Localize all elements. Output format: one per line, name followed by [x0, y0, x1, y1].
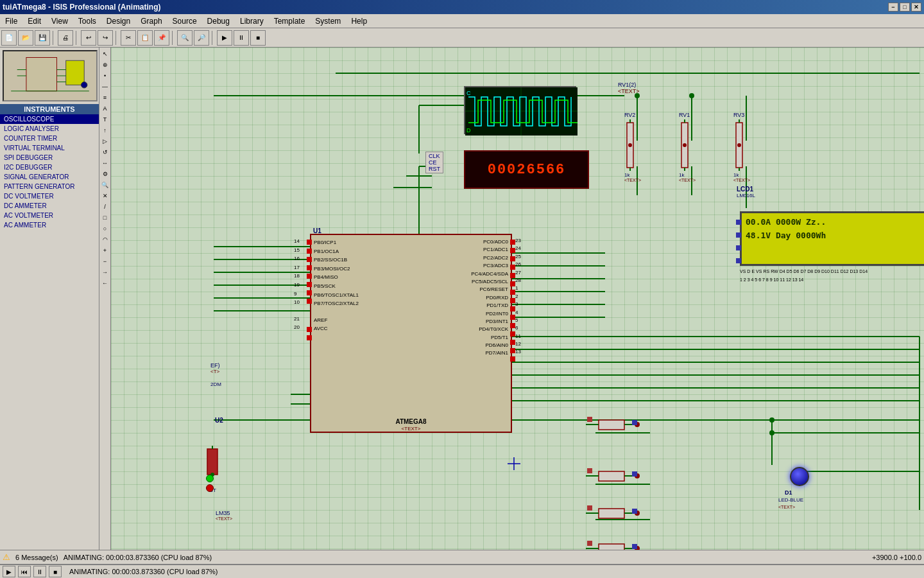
- junction-tool[interactable]: •: [100, 71, 110, 81]
- undo-button[interactable]: ↩: [81, 30, 96, 46]
- property-tool[interactable]: ⚙: [100, 169, 110, 179]
- menu-item-file[interactable]: File: [0, 14, 22, 28]
- run-button[interactable]: ▶: [217, 30, 232, 46]
- oscilloscope: C D: [464, 86, 576, 134]
- d1-led: [790, 467, 809, 486]
- rotate-tool[interactable]: ↺: [100, 147, 110, 157]
- menu-item-view[interactable]: View: [46, 14, 73, 28]
- close-button[interactable]: ✕: [911, 3, 921, 12]
- mcu-name: ATMEGA8: [395, 418, 426, 425]
- instrument-spi-debugger[interactable]: SPI DEBUGGER: [0, 153, 99, 162]
- bus-tool[interactable]: ≡: [100, 92, 110, 103]
- svg-rect-123: [736, 220, 741, 225]
- menu-item-library[interactable]: Library: [235, 14, 269, 28]
- svg-rect-92: [510, 306, 515, 311]
- svg-rect-89: [510, 281, 515, 286]
- save-button[interactable]: 💾: [35, 30, 50, 46]
- instrument-ac-voltmeter[interactable]: AC VOLTMETER: [0, 211, 99, 220]
- svg-point-9: [81, 82, 87, 89]
- svg-rect-78: [307, 274, 312, 279]
- open-button[interactable]: 📂: [18, 30, 33, 46]
- menu-item-debug[interactable]: Debug: [202, 14, 235, 28]
- circle-tool[interactable]: ○: [100, 223, 110, 234]
- menu-item-edit[interactable]: Edit: [22, 14, 46, 28]
- preview-box: [3, 50, 98, 101]
- menu-item-graph[interactable]: Graph: [135, 14, 167, 28]
- pause-button[interactable]: ⏸: [234, 30, 249, 46]
- svg-rect-94: [510, 323, 515, 328]
- print-button[interactable]: 🖨: [58, 30, 73, 46]
- arrow-right-tool[interactable]: →: [100, 267, 110, 277]
- new-button[interactable]: 📄: [1, 30, 17, 46]
- rv1-2-label: RV1(2) <TEXT>: [618, 82, 640, 94]
- lcd-label: LCD1: [737, 186, 753, 193]
- wire-tool[interactable]: —: [100, 82, 110, 92]
- zoom-in-button[interactable]: 🔍: [177, 30, 193, 46]
- port-tool[interactable]: ▷: [100, 136, 110, 146]
- label-tool[interactable]: A: [100, 103, 110, 114]
- lcd-pin-numbers: 1 2 3 4 5 6 7 8 9 10 11 12 13 14: [740, 277, 803, 282]
- svg-rect-77: [307, 265, 312, 270]
- svg-rect-110: [632, 471, 637, 477]
- menu-item-tools[interactable]: Tools: [73, 14, 101, 28]
- cursor-crosshair: [508, 457, 520, 470]
- animation-status: ANIMATING: 00:00:03.873360 (CPU load 87%…: [64, 554, 212, 561]
- menu-item-help[interactable]: Help: [346, 14, 372, 28]
- menu-item-template[interactable]: Template: [269, 14, 311, 28]
- svg-rect-105: [599, 471, 624, 481]
- zoom-tool[interactable]: 🔍: [100, 180, 110, 190]
- statusbar: ⚠ 6 Message(s) ANIMATING: 00:00:03.87336…: [0, 550, 924, 564]
- minimize-button[interactable]: −: [888, 3, 898, 12]
- svg-point-56: [769, 430, 774, 435]
- instrument-logic-analyser[interactable]: LOGIC ANALYSER: [0, 124, 99, 134]
- stop-button[interactable]: ■: [49, 566, 62, 577]
- canvas-wrapper: ↖ ⊕ • — ≡ A T ↑ ▷ ↺ ↔ ⚙ 🔍 ✕ / □ ○ ◠ + − …: [99, 48, 924, 550]
- redo-button[interactable]: ↪: [98, 30, 113, 46]
- toolbar-sep-5: [212, 31, 214, 45]
- instrument-dc-voltmeter[interactable]: DC VOLTMETER: [0, 191, 99, 201]
- lcd-display: 00.0A 0000W Zz.. 48.1V Day 0000Wh: [740, 211, 924, 266]
- instrument-signal-generator[interactable]: SIGNAL GENERATOR: [0, 172, 99, 182]
- instrument-counter-timer[interactable]: COUNTER TIMER: [0, 134, 99, 143]
- paste-button[interactable]: 📌: [154, 30, 169, 46]
- svg-rect-83: [307, 335, 312, 340]
- plus-tool[interactable]: +: [100, 245, 110, 256]
- stop-button[interactable]: ■: [250, 30, 266, 46]
- copy-button[interactable]: 📋: [137, 30, 153, 46]
- line-tool[interactable]: /: [100, 202, 110, 212]
- bottom-resistors-2: [586, 465, 663, 497]
- text-tool[interactable]: T: [100, 114, 110, 125]
- instrument-dc-ammeter[interactable]: DC AMMETER: [0, 201, 99, 211]
- power-tool[interactable]: ↑: [100, 125, 110, 136]
- arc-tool[interactable]: ◠: [100, 234, 110, 245]
- mcu-pins-right: PC0/ADC0 PC1/ADC1 PC2/ADC2 PC3/ADC3 PC4/…: [471, 238, 508, 358]
- arrow-left-tool[interactable]: ←: [100, 278, 110, 288]
- instrument-oscilloscope[interactable]: OSCILLOSCOPE: [0, 114, 99, 124]
- instrument-i2c-debugger[interactable]: I2C DEBUGGER: [0, 162, 99, 172]
- zoom-out-button[interactable]: 🔎: [194, 30, 209, 46]
- step-back-button[interactable]: ⏮: [18, 566, 31, 577]
- canvas-area[interactable]: C D CLK CE RST 00026566 RV1(2) <TEXT>: [111, 48, 924, 550]
- component-tool[interactable]: ⊕: [100, 60, 110, 70]
- toolbar-sep-2: [76, 31, 78, 45]
- maximize-button[interactable]: □: [900, 3, 910, 12]
- select-tool[interactable]: ↖: [100, 49, 110, 59]
- rect-tool[interactable]: □: [100, 213, 110, 223]
- instrument-virtual-terminal[interactable]: VIRTUAL TERMINAL: [0, 143, 99, 153]
- delete-tool[interactable]: ✕: [100, 191, 110, 201]
- svg-rect-117: [599, 544, 624, 550]
- pause-button[interactable]: ⏸: [33, 566, 46, 577]
- mirror-tool[interactable]: ↔: [100, 158, 110, 168]
- minus-tool[interactable]: −: [100, 256, 110, 267]
- menu-item-design[interactable]: Design: [101, 14, 135, 28]
- instrument-ac-ammeter[interactable]: AC AMMETER: [0, 220, 99, 230]
- instrument-pattern-generator[interactable]: PATTERN GENERATOR: [0, 182, 99, 191]
- play-button[interactable]: ▶: [3, 566, 15, 577]
- svg-rect-74: [307, 240, 312, 245]
- cut-button[interactable]: ✂: [121, 30, 136, 46]
- svg-point-69: [683, 143, 687, 147]
- svg-rect-99: [599, 420, 624, 430]
- svg-rect-129: [207, 449, 218, 475]
- menu-item-system[interactable]: System: [310, 14, 346, 28]
- menu-item-source[interactable]: Source: [167, 14, 202, 28]
